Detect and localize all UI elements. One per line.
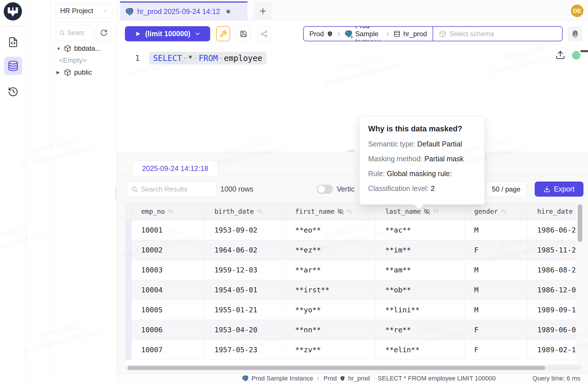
horizontal-scrollbar[interactable]	[125, 365, 582, 370]
user-avatar[interactable]: DE	[571, 5, 583, 17]
cell-hire_date[interactable]: 1989-02-1	[528, 340, 576, 360]
cell-last_name[interactable]: **am**	[376, 260, 465, 280]
table-row[interactable]: 100021964-06-02**ez****im**F1985-11-2	[126, 240, 576, 260]
schema-selector[interactable]: Select schema	[433, 27, 562, 41]
cell-gender[interactable]: M	[465, 220, 528, 240]
horizontal-scrollbar-thumb[interactable]	[128, 366, 545, 370]
cell-birth_date[interactable]: 1953-09-02	[205, 220, 285, 240]
column-header-birth_date[interactable]: birth_date	[205, 203, 285, 220]
history-nav-button[interactable]	[4, 83, 22, 101]
sort-icon	[433, 208, 439, 215]
sql-statement[interactable]: SELECT·*·FROM·employee	[149, 52, 266, 64]
cell-last_name[interactable]: **ac**	[376, 220, 465, 240]
cell-emp_no[interactable]: 10002	[131, 240, 205, 260]
project-selector[interactable]: HR Project	[55, 3, 112, 19]
cell-gender[interactable]: F	[465, 320, 528, 340]
table-row[interactable]: 100031959-12-03**ar****am**M1986-08-2	[126, 260, 576, 280]
cell-first_name[interactable]: **eo**	[285, 220, 376, 240]
column-header-emp_no[interactable]: emp_no	[131, 203, 205, 220]
add-tab-button[interactable]	[254, 1, 272, 21]
column-header-gender[interactable]: gender	[465, 203, 528, 220]
table-row[interactable]: 100041954-05-01**irst****ob**M1986-12-0	[126, 280, 576, 300]
cell-birth_date[interactable]: 1955-01-21	[205, 300, 285, 320]
save-button[interactable]	[237, 26, 250, 41]
database-nav-button[interactable]	[4, 57, 22, 75]
run-query-button[interactable]: (limit 100000)	[125, 26, 210, 41]
page-size-select[interactable]: 50 / page	[485, 182, 527, 197]
result-set-tab[interactable]: 2025-09-24 14:12:18	[132, 160, 218, 176]
cell-first_name[interactable]: **irst**	[285, 280, 376, 300]
cell-birth_date[interactable]: 1959-12-03	[205, 260, 285, 280]
table-row[interactable]: 100011953-09-02**eo****ac**M1986-06-2	[126, 220, 576, 240]
worksheet-nav-button[interactable]	[4, 33, 22, 51]
cell-birth_date[interactable]: 1953-04-20	[205, 320, 285, 340]
sidebar-search-input[interactable]	[67, 29, 90, 37]
whitespace-dot: ·	[193, 54, 199, 63]
cell-hire_date[interactable]: 1989-09-1	[528, 300, 576, 320]
cell-gender[interactable]: F	[465, 340, 528, 360]
row-gutter	[126, 320, 131, 340]
share-icon	[260, 30, 268, 38]
tree-item-public[interactable]: ▶ public	[56, 66, 92, 78]
cell-gender[interactable]: M	[465, 300, 528, 320]
cell-last_name[interactable]: **elin**	[376, 340, 465, 360]
shield-icon	[340, 376, 345, 381]
column-header-first_name[interactable]: first_name	[285, 203, 376, 220]
tooltip-row: Classification level: 2	[368, 184, 476, 193]
cell-first_name[interactable]: **yo**	[285, 300, 376, 320]
cell-last_name[interactable]: **im**	[376, 240, 465, 260]
vertical-display-toggle[interactable]	[317, 185, 333, 194]
cell-last_name[interactable]: **ob**	[376, 280, 465, 300]
schema-placeholder: Select schema	[449, 30, 494, 38]
cell-first_name[interactable]: **ez**	[285, 240, 376, 260]
cell-first_name[interactable]: **nn**	[285, 320, 376, 340]
cell-emp_no[interactable]: 10001	[131, 220, 205, 240]
cell-gender[interactable]: F	[465, 240, 528, 260]
column-name: first_name	[295, 208, 334, 215]
tab-hr-prod[interactable]: hr_prod 2025-09-24 14:12	[120, 1, 248, 21]
cell-hire_date[interactable]: 1985-11-2	[528, 240, 576, 260]
cell-birth_date[interactable]: 1964-06-02	[205, 240, 285, 260]
status-instance: Prod Sample Instance	[252, 375, 313, 382]
cell-last_name[interactable]: **re**	[376, 320, 465, 340]
format-sql-button[interactable]	[216, 26, 230, 41]
cell-birth_date[interactable]: 1957-05-23	[205, 340, 285, 360]
cell-first_name[interactable]: **zv**	[285, 340, 376, 360]
column-header-hire_date[interactable]: hire_date	[528, 203, 576, 220]
sidebar-search[interactable]	[56, 25, 94, 40]
cell-hire_date[interactable]: 1986-12-0	[528, 280, 576, 300]
chevron-right-icon	[336, 31, 342, 37]
table-row[interactable]: 100051955-01-21**yo****lini**M1989-09-1	[126, 300, 576, 320]
database-icon	[7, 60, 19, 72]
cell-gender[interactable]: M	[465, 280, 528, 300]
cell-gender[interactable]: M	[465, 260, 528, 280]
cell-first_name[interactable]: **ar**	[285, 260, 376, 280]
cell-emp_no[interactable]: 10005	[131, 300, 205, 320]
cell-emp_no[interactable]: 10007	[131, 340, 205, 360]
vertical-scrollbar-thumb[interactable]	[578, 204, 582, 242]
results-search[interactable]	[127, 182, 216, 197]
share-button[interactable]	[257, 26, 271, 41]
database-breadcrumb-segment[interactable]: Prod Prod Sample Instance hr_prod	[304, 27, 433, 41]
results-search-input[interactable]	[141, 185, 206, 193]
export-button[interactable]: Export	[535, 182, 583, 197]
upload-sheet-button[interactable]	[555, 50, 565, 60]
masking-tooltip: Why is this data masked? Semantic type: …	[359, 116, 485, 205]
cell-hire_date[interactable]: 1986-08-2	[528, 260, 576, 280]
schema-box-icon	[439, 30, 446, 38]
cell-last_name[interactable]: **lini**	[376, 300, 465, 320]
cell-emp_no[interactable]: 10006	[131, 320, 205, 340]
cell-emp_no[interactable]: 10003	[131, 260, 205, 280]
refresh-button[interactable]	[96, 25, 111, 40]
tree-item-label: bbdata...	[74, 44, 101, 52]
cell-birth_date[interactable]: 1954-05-01	[205, 280, 285, 300]
tooltip-row: Rule: Global masking rule:	[368, 170, 476, 178]
ai-assistant-button[interactable]	[567, 26, 583, 41]
table-row[interactable]: 100071957-05-23**zv****elin**F1989-02-1	[126, 340, 576, 360]
table-row[interactable]: 100061953-04-20**nn****re**F1989-06-0	[126, 320, 576, 340]
cell-emp_no[interactable]: 10004	[131, 280, 205, 300]
cell-hire_date[interactable]: 1986-06-2	[528, 220, 576, 240]
tree-item-database[interactable]: ▼ bbdata...	[56, 42, 101, 54]
table-header-row: emp_nobirth_datefirst_namelast_namegende…	[126, 203, 576, 220]
cell-hire_date[interactable]: 1989-06-0	[528, 320, 576, 340]
